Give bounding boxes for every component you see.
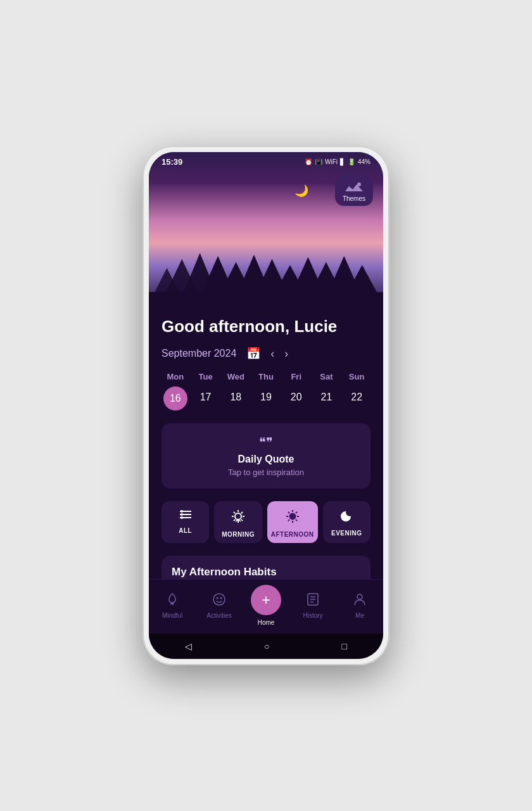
status-bar: 15:39 ⏰ 📳 WiFi ▋ 🔋 44% [149, 152, 383, 169]
home-plus-icon: + [262, 592, 270, 608]
battery-level: 44% [358, 158, 370, 165]
svg-line-26 [241, 520, 243, 521]
svg-point-39 [217, 597, 218, 599]
cal-header-sun: Sun [343, 369, 370, 384]
android-nav: ◁ ○ □ [149, 634, 383, 659]
filter-morning[interactable]: MORNING [214, 501, 262, 543]
nav-history[interactable]: History [294, 592, 332, 619]
cal-header-thu: Thu [252, 369, 280, 384]
calendar-prev-button[interactable]: ‹ [270, 347, 274, 361]
filter-afternoon-icon [285, 509, 300, 527]
svg-point-38 [213, 594, 225, 605]
me-icon [353, 592, 367, 610]
quote-marks-icon: ❝❞ [174, 435, 358, 450]
svg-line-28 [234, 520, 235, 521]
habits-section: My Afternoon Habits Mindful Movement [162, 556, 370, 579]
android-back[interactable]: ◁ [172, 639, 205, 654]
cal-day-16[interactable]: 16 [163, 386, 187, 411]
cal-header-wed: Wed [222, 369, 250, 384]
cal-day-21[interactable]: 21 [313, 386, 341, 411]
cal-day-20[interactable]: 20 [282, 386, 310, 411]
svg-line-37 [288, 520, 289, 521]
calendar-header: September 2024 📅 ‹ › [162, 347, 370, 361]
activities-icon [212, 592, 226, 610]
cal-header-fri: Fri [282, 369, 310, 384]
hero-image: 🌙 [149, 152, 383, 304]
svg-line-25 [234, 512, 235, 513]
svg-point-45 [357, 594, 362, 599]
tree-silhouette [149, 244, 383, 304]
quote-subtitle: Tap to get inspiration [174, 468, 358, 477]
calendar-grid: Mon Tue Wed Thu Fri Sat Sun 16 17 18 19 … [162, 369, 370, 411]
nav-mindful-label: Mindful [162, 612, 182, 619]
bottom-nav: Mindful Activities + Home [149, 579, 383, 634]
nav-home-label: Home [258, 619, 275, 626]
nav-me[interactable]: Me [341, 592, 379, 619]
greeting-text: Good afternoon, Lucie [162, 317, 370, 336]
themes-icon [345, 181, 363, 194]
daily-quote-card[interactable]: ❝❞ Daily Quote Tap to get inspiration [162, 423, 370, 489]
status-carrier-time: 15:39 [162, 157, 182, 167]
phone-screen: 15:39 ⏰ 📳 WiFi ▋ 🔋 44% 🌙 [149, 152, 383, 659]
nav-me-label: Me [355, 612, 364, 619]
mindful-icon [165, 592, 179, 610]
cal-header-sat: Sat [313, 369, 341, 384]
svg-point-20 [235, 513, 241, 520]
filter-all-icon [179, 509, 193, 523]
habits-title: My Afternoon Habits [172, 566, 360, 578]
nav-home[interactable]: + Home [247, 585, 285, 626]
svg-rect-12 [149, 292, 383, 304]
nav-mindful[interactable]: Mindful [153, 592, 191, 619]
nav-history-label: History [303, 612, 322, 619]
cal-day-17[interactable]: 17 [192, 386, 220, 411]
nav-activities[interactable]: Activities [200, 592, 238, 619]
calendar-icon: 📅 [246, 347, 260, 361]
alarm-icon: ⏰ [305, 158, 312, 165]
moon-icon: 🌙 [294, 184, 307, 196]
themes-button[interactable]: Themes [335, 175, 373, 206]
svg-point-40 [220, 597, 222, 599]
cal-header-mon: Mon [162, 369, 189, 384]
filter-morning-label: MORNING [222, 531, 255, 538]
svg-line-36 [296, 512, 297, 513]
svg-line-27 [241, 512, 243, 513]
main-content: Good afternoon, Lucie September 2024 📅 ‹… [149, 304, 383, 579]
filter-all[interactable]: ALL [162, 501, 209, 543]
cal-day-18[interactable]: 18 [222, 386, 250, 411]
cal-day-19[interactable]: 19 [252, 386, 280, 411]
themes-label: Themes [343, 195, 365, 202]
filter-evening[interactable]: EVENING [323, 501, 370, 543]
svg-point-17 [180, 510, 183, 513]
cal-header-tue: Tue [192, 369, 220, 384]
history-icon [306, 592, 320, 610]
nav-activities-label: Activities [206, 612, 231, 619]
svg-line-34 [288, 512, 289, 513]
phone-frame: 15:39 ⏰ 📳 WiFi ▋ 🔋 44% 🌙 [142, 146, 390, 665]
svg-point-18 [180, 513, 183, 516]
wifi-icon: WiFi [325, 158, 338, 165]
cal-day-22[interactable]: 22 [343, 386, 370, 411]
svg-point-13 [357, 182, 361, 186]
filter-all-label: ALL [179, 527, 192, 534]
android-recents[interactable]: □ [329, 639, 360, 654]
signal-icon: ▋ [340, 158, 345, 165]
nav-home-button[interactable]: + [251, 585, 281, 615]
vibrate-icon: 📳 [315, 158, 322, 165]
filter-afternoon-label: AFTERNOON [271, 531, 314, 538]
time-filters: ALL [162, 501, 370, 543]
calendar-next-button[interactable]: › [284, 347, 288, 361]
filter-evening-icon [339, 509, 353, 526]
calendar-month: September 2024 [162, 348, 236, 359]
svg-line-35 [296, 520, 297, 521]
filter-morning-icon [231, 509, 246, 527]
svg-point-19 [180, 516, 183, 519]
svg-point-29 [289, 513, 296, 520]
battery-icon: 🔋 [348, 158, 355, 165]
status-icons: ⏰ 📳 WiFi ▋ 🔋 44% [305, 158, 370, 165]
filter-evening-label: EVENING [331, 530, 362, 537]
android-home[interactable]: ○ [251, 639, 282, 654]
filter-afternoon[interactable]: AFTERNOON [267, 501, 318, 543]
quote-title: Daily Quote [174, 454, 358, 465]
